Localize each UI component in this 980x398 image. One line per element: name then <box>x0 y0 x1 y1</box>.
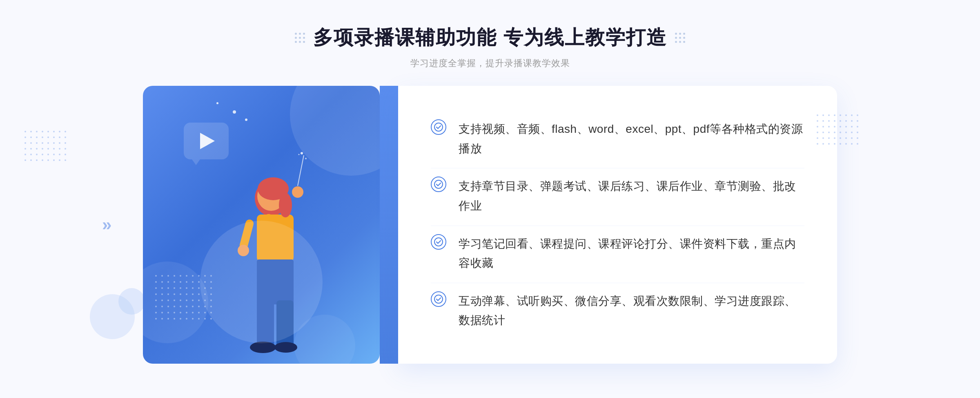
svg-point-19 <box>434 180 443 188</box>
header-dot <box>675 41 677 43</box>
check-circle-4 <box>431 291 446 307</box>
feature-text-2: 支持章节目录、弹题考试、课后练习、课后作业、章节测验、批改作业 <box>459 177 804 215</box>
header-dot <box>683 41 685 43</box>
header-dot <box>299 33 301 35</box>
svg-point-18 <box>434 123 443 131</box>
svg-point-3 <box>298 154 300 155</box>
svg-point-17 <box>279 193 292 217</box>
check-circle-1 <box>431 119 446 135</box>
check-circle-3 <box>431 234 446 250</box>
dots-decoration-left <box>24 131 74 180</box>
header-dot <box>675 37 677 39</box>
svg-point-15 <box>250 342 276 353</box>
glow-circle <box>200 221 323 343</box>
check-icon-2 <box>434 180 443 189</box>
header-dot <box>299 37 301 39</box>
header-dot <box>675 33 677 35</box>
feature-item-2: 支持章节目录、弹题考试、课后练习、课后作业、章节测验、批改作业 <box>431 168 804 224</box>
sparkle-1 <box>233 110 236 114</box>
sparkle-3 <box>245 119 247 121</box>
play-icon <box>200 133 215 149</box>
feature-text-3: 学习笔记回看、课程提问、课程评论打分、课件资料下载，重点内容收藏 <box>459 234 804 273</box>
check-circle-2 <box>431 177 446 192</box>
main-title: 多项录播课辅助功能 专为线上教学打造 <box>313 25 666 51</box>
feature-text-4: 互动弹幕、试听购买、微信分享、观看次数限制、学习进度跟踪、数据统计 <box>459 291 804 330</box>
header-section: 多项录播课辅助功能 专为线上教学打造 学习进度全 <box>295 25 685 69</box>
circle-decoration-2 <box>118 288 145 315</box>
feature-text-1: 支持视频、音频、flash、word、excel、ppt、pdf等各种格式的资源… <box>459 119 804 158</box>
subtitle: 学习进度全掌握，提升录播课教学效果 <box>295 57 685 69</box>
page-container: 多项录播课辅助功能 专为线上教学打造 学习进度全 <box>0 0 980 398</box>
sparkle-2 <box>216 102 218 104</box>
feature-item-4: 互动弹幕、试听购买、微信分享、观看次数限制、学习进度跟踪、数据统计 <box>431 283 804 338</box>
svg-point-16 <box>274 342 297 353</box>
check-icon-1 <box>434 123 443 132</box>
svg-point-2 <box>305 158 307 159</box>
dots-decoration-right <box>817 114 866 163</box>
header-dot <box>679 37 681 39</box>
chevron-left-icon: » <box>102 215 111 235</box>
header-dot <box>295 41 297 43</box>
header-dot <box>683 33 685 35</box>
check-icon-3 <box>434 237 443 246</box>
header-dot <box>299 41 301 43</box>
header-dot <box>683 37 685 39</box>
svg-point-8 <box>292 186 303 198</box>
svg-point-21 <box>434 295 443 303</box>
check-icon-4 <box>434 295 443 304</box>
header-dot <box>295 33 297 35</box>
header-dot <box>679 33 681 35</box>
feature-item-1: 支持视频、音频、flash、word、excel、ppt、pdf等各种格式的资源… <box>431 111 804 166</box>
header-dot <box>303 41 305 43</box>
header-dot <box>295 37 297 39</box>
feature-item-3: 学习笔记回看、课程提问、课程评论打分、课件资料下载，重点内容收藏 <box>431 226 804 281</box>
svg-point-20 <box>434 238 443 246</box>
right-panel: 支持视频、音频、flash、word、excel、ppt、pdf等各种格式的资源… <box>398 86 837 364</box>
header-dot <box>303 33 305 35</box>
header-dots-right <box>675 33 685 43</box>
header-dot <box>303 37 305 39</box>
svg-line-0 <box>298 155 304 186</box>
main-content: » <box>143 86 837 364</box>
header-dot <box>679 41 681 43</box>
svg-point-1 <box>301 152 303 154</box>
header-dots-left <box>295 33 305 43</box>
connector-bar <box>380 86 398 364</box>
illustration-container <box>143 86 380 364</box>
